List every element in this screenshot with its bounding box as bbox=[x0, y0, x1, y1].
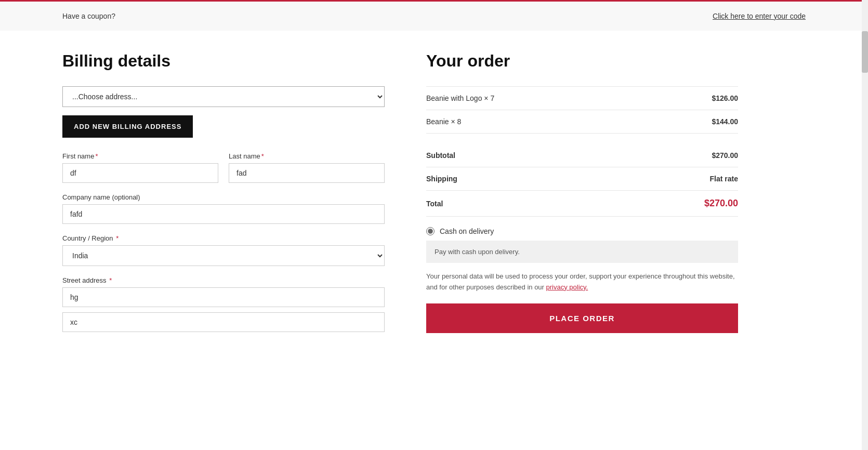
payment-label-cod[interactable]: Cash on delivery bbox=[440, 227, 494, 235]
payment-description: Pay with cash upon delivery. bbox=[426, 241, 738, 263]
company-label: Company name (optional) bbox=[62, 193, 385, 201]
country-group: Country / Region * India bbox=[62, 234, 385, 266]
billing-title: Billing details bbox=[62, 51, 385, 71]
coupon-link[interactable]: Click here to enter your code bbox=[713, 12, 806, 20]
payment-radio-cod[interactable] bbox=[426, 227, 435, 235]
order-product-name-1: Beanie with Logo × 7 bbox=[426, 94, 494, 102]
last-name-group: Last name* bbox=[229, 152, 385, 183]
last-name-label: Last name* bbox=[229, 152, 385, 160]
order-item-2: Beanie × 8 $144.00 bbox=[426, 110, 738, 134]
privacy-notice: Your personal data will be used to proce… bbox=[426, 271, 738, 293]
order-item-1: Beanie with Logo × 7 $126.00 bbox=[426, 86, 738, 110]
street-input-2[interactable] bbox=[62, 312, 385, 332]
street-label: Street address * bbox=[62, 276, 385, 284]
street-group: Street address * bbox=[62, 276, 385, 332]
shipping-row: Shipping Flat rate bbox=[426, 167, 738, 191]
country-label: Country / Region * bbox=[62, 234, 385, 242]
order-price-2: $144.00 bbox=[712, 117, 738, 126]
order-product-name-2: Beanie × 8 bbox=[426, 117, 461, 126]
coupon-bar: Have a coupon? Click here to enter your … bbox=[0, 0, 868, 31]
last-name-input[interactable] bbox=[229, 163, 385, 183]
first-name-input[interactable] bbox=[62, 163, 218, 183]
street-input-1[interactable] bbox=[62, 287, 385, 307]
company-input[interactable] bbox=[62, 204, 385, 224]
coupon-text: Have a coupon? bbox=[62, 12, 115, 20]
scrollbar-thumb[interactable] bbox=[862, 31, 868, 73]
shipping-label: Shipping bbox=[426, 175, 457, 183]
total-label: Total bbox=[426, 200, 443, 208]
order-title: Your order bbox=[426, 51, 738, 71]
total-value: $270.00 bbox=[704, 198, 738, 209]
main-content: Billing details ...Choose address... ADD… bbox=[0, 51, 868, 338]
address-select-wrapper: ...Choose address... bbox=[62, 86, 385, 107]
first-name-group: First name* bbox=[62, 152, 218, 183]
add-billing-button[interactable]: ADD NEW BILLING ADDRESS bbox=[62, 115, 193, 138]
shipping-value: Flat rate bbox=[710, 175, 738, 183]
payment-option-cod: Cash on delivery bbox=[426, 227, 738, 235]
scrollbar[interactable] bbox=[862, 0, 868, 338]
address-select[interactable]: ...Choose address... bbox=[62, 86, 385, 107]
payment-section: Cash on delivery Pay with cash upon deli… bbox=[426, 227, 738, 333]
total-row: Total $270.00 bbox=[426, 191, 738, 217]
company-group: Company name (optional) bbox=[62, 193, 385, 224]
order-table: Beanie with Logo × 7 $126.00 Beanie × 8 … bbox=[426, 86, 738, 134]
subtotal-value: $270.00 bbox=[712, 151, 738, 160]
billing-section: Billing details ...Choose address... ADD… bbox=[62, 51, 385, 338]
country-select[interactable]: India bbox=[62, 245, 385, 266]
subtotal-row: Subtotal $270.00 bbox=[426, 144, 738, 167]
first-name-label: First name* bbox=[62, 152, 218, 160]
place-order-button[interactable]: PLACE ORDER bbox=[426, 303, 738, 333]
name-row: First name* Last name* bbox=[62, 152, 385, 183]
order-price-1: $126.00 bbox=[712, 94, 738, 102]
order-section: Your order Beanie with Logo × 7 $126.00 … bbox=[426, 51, 738, 338]
subtotal-label: Subtotal bbox=[426, 151, 455, 160]
privacy-link[interactable]: privacy policy. bbox=[546, 283, 588, 291]
